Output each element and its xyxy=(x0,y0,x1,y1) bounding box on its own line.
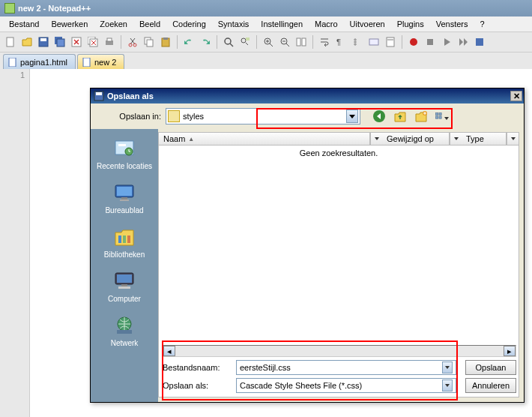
copy-icon[interactable] xyxy=(142,34,157,50)
stop-macro-icon[interactable] xyxy=(423,34,438,50)
dropdown-arrow-icon[interactable] xyxy=(442,380,453,392)
svg-rect-48 xyxy=(123,236,126,243)
svg-rect-55 xyxy=(117,330,132,334)
play-macro-icon[interactable] xyxy=(439,34,454,50)
undo-icon[interactable] xyxy=(181,34,196,50)
menu-uitvoeren[interactable]: Uitvoeren xyxy=(344,18,391,30)
tab-new2[interactable]: new 2 xyxy=(77,54,124,69)
save-in-combo[interactable]: styles xyxy=(166,108,360,124)
sidebar-recent[interactable]: Recente locaties xyxy=(94,134,154,173)
column-name[interactable]: Naam▲ xyxy=(159,133,370,145)
sync-scroll-icon[interactable] xyxy=(294,34,309,50)
svg-rect-29 xyxy=(476,38,483,46)
close-icon[interactable] xyxy=(69,34,84,50)
cancel-button[interactable]: Annuleren xyxy=(465,378,516,393)
dialog-bottom-form: Bestandsnaam: eersteStijl.css Opslaan Op… xyxy=(163,358,516,398)
column-type-drop[interactable] xyxy=(507,133,519,145)
save-all-icon[interactable] xyxy=(52,34,67,50)
save-macro-icon[interactable] xyxy=(472,34,487,50)
svg-rect-30 xyxy=(9,58,16,67)
svg-rect-33 xyxy=(96,92,102,95)
dropdown-arrow-icon[interactable] xyxy=(442,362,453,374)
tabbar: pagina1.html new 2 xyxy=(0,52,532,69)
sidebar-label: Recente locaties xyxy=(97,162,152,170)
view-menu-icon[interactable] xyxy=(435,110,449,123)
menu-plugins[interactable]: Plugins xyxy=(391,18,430,30)
line-gutter: 1 xyxy=(0,69,30,417)
sidebar-computer[interactable]: Computer xyxy=(94,266,154,306)
redo-icon[interactable] xyxy=(198,34,213,50)
no-results-text: Geen zoekresultaten. xyxy=(300,148,378,158)
record-macro-icon[interactable] xyxy=(406,34,421,50)
menu-zoeken[interactable]: Zoeken xyxy=(94,18,133,30)
fast-macro-icon[interactable] xyxy=(456,34,471,50)
new-folder-icon[interactable] xyxy=(414,110,428,123)
menu-bestand[interactable]: Bestand xyxy=(3,18,45,30)
filename-value: eersteStijl.css xyxy=(240,363,442,372)
svg-rect-49 xyxy=(127,236,130,243)
tab-pagina1[interactable]: pagina1.html xyxy=(3,54,76,69)
indent-guide-icon[interactable] xyxy=(350,34,365,50)
saveas-type-combo[interactable]: Cascade Style Sheets File (*.css) xyxy=(236,378,456,393)
scroll-right-icon[interactable]: ▸ xyxy=(504,346,516,356)
cut-icon[interactable] xyxy=(125,34,140,50)
filename-input[interactable]: eersteStijl.css xyxy=(236,360,456,375)
zoom-in-icon[interactable] xyxy=(261,34,276,50)
back-icon[interactable] xyxy=(372,110,386,123)
tab-label: pagina1.html xyxy=(20,58,67,67)
sidebar-network[interactable]: Netwerk xyxy=(94,310,154,350)
print-icon[interactable] xyxy=(102,34,117,50)
menu-vensters[interactable]: Vensters xyxy=(430,18,474,30)
column-type[interactable]: Type xyxy=(462,133,507,145)
menu-instellingen[interactable]: Instellingen xyxy=(255,18,309,30)
dialog-title: Opslaan als xyxy=(107,92,154,100)
zoom-out-icon[interactable] xyxy=(277,34,292,50)
svg-rect-36 xyxy=(436,113,438,116)
svg-point-16 xyxy=(225,38,231,44)
menu-codering[interactable]: Codering xyxy=(166,18,212,30)
menubar: Bestand Bewerken Zoeken Beeld Codering S… xyxy=(0,16,532,32)
svg-rect-38 xyxy=(436,116,438,118)
column-modified-drop[interactable] xyxy=(450,133,462,145)
column-modified[interactable]: Gewijzigd op xyxy=(382,133,450,145)
doc-map-icon[interactable] xyxy=(383,34,398,50)
menu-beeld[interactable]: Beeld xyxy=(133,18,166,30)
column-name-drop[interactable] xyxy=(370,133,382,145)
new-file-icon[interactable] xyxy=(3,34,18,50)
svg-rect-31 xyxy=(83,58,90,67)
menu-bewerken[interactable]: Bewerken xyxy=(45,18,94,30)
svg-rect-24 xyxy=(369,39,378,45)
svg-rect-9 xyxy=(107,38,112,41)
lang-icon[interactable] xyxy=(366,34,381,50)
menu-macro[interactable]: Macro xyxy=(309,18,344,30)
svg-rect-51 xyxy=(117,274,132,283)
replace-icon[interactable] xyxy=(238,34,253,50)
saveas-type-value: Cascade Style Sheets File (*.css) xyxy=(240,381,442,390)
menu-syntaxis[interactable]: Syntaxis xyxy=(212,18,256,30)
close-all-icon[interactable] xyxy=(85,34,100,50)
save-button[interactable]: Opslaan xyxy=(465,360,516,375)
open-file-icon[interactable] xyxy=(19,34,34,50)
app-title: new 2 - Notepad++ xyxy=(18,4,91,13)
find-icon[interactable] xyxy=(221,34,236,50)
menu-help[interactable]: ? xyxy=(474,18,491,30)
svg-rect-15 xyxy=(163,38,168,40)
svg-rect-41 xyxy=(118,144,126,146)
svg-rect-53 xyxy=(118,286,130,289)
folder-icon xyxy=(168,110,180,122)
horizontal-scrollbar[interactable]: ◂ ▸ xyxy=(163,345,516,357)
sidebar-label: Netwerk xyxy=(111,339,139,347)
scroll-left-icon[interactable]: ◂ xyxy=(163,346,175,356)
svg-rect-2 xyxy=(40,38,46,41)
up-folder-icon[interactable] xyxy=(393,110,407,123)
wordwrap-icon[interactable] xyxy=(317,34,332,50)
sidebar-libraries[interactable]: Bibliotheken xyxy=(94,222,154,262)
close-button[interactable]: ✕ xyxy=(510,91,522,101)
sidebar-desktop[interactable]: Bureaublad xyxy=(94,178,154,218)
show-chars-icon[interactable]: ¶ xyxy=(333,34,348,50)
save-icon[interactable] xyxy=(36,34,51,50)
dropdown-arrow-icon[interactable] xyxy=(346,110,358,123)
save-dialog-icon xyxy=(94,91,104,101)
paste-icon[interactable] xyxy=(158,34,173,50)
file-list-header: Naam▲ Gewijzigd op Type xyxy=(158,132,519,146)
